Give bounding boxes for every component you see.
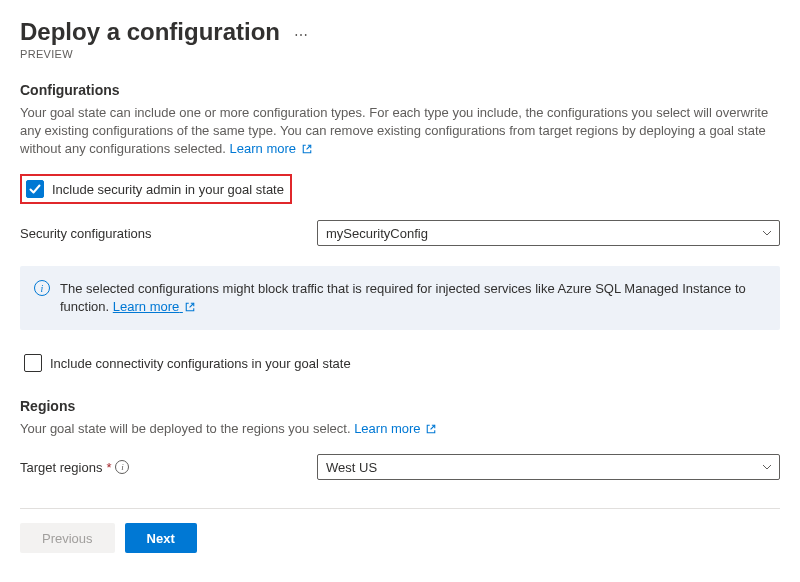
security-warning-banner: i The selected configurations might bloc…	[20, 266, 780, 330]
include-connectivity-row[interactable]: Include connectivity configurations in y…	[20, 350, 780, 376]
previous-button: Previous	[20, 523, 115, 553]
regions-learn-more-link[interactable]: Learn more	[354, 421, 436, 436]
security-warning-learn-more-link[interactable]: Learn more	[113, 299, 195, 314]
configurations-heading: Configurations	[20, 82, 780, 98]
footer-actions: Previous Next	[20, 523, 780, 567]
external-link-icon	[426, 424, 436, 434]
info-icon: i	[34, 280, 50, 296]
chevron-down-icon	[761, 227, 773, 239]
configurations-learn-more-link[interactable]: Learn more	[230, 141, 312, 156]
include-security-admin-label: Include security admin in your goal stat…	[52, 182, 284, 197]
preview-label: PREVIEW	[20, 48, 780, 60]
configurations-description-text: Your goal state can include one or more …	[20, 105, 768, 156]
include-security-admin-row[interactable]: Include security admin in your goal stat…	[20, 174, 292, 204]
external-link-icon	[302, 144, 312, 154]
configurations-description: Your goal state can include one or more …	[20, 104, 780, 158]
external-link-icon	[185, 302, 195, 312]
info-tooltip-icon[interactable]: i	[115, 460, 129, 474]
footer-divider	[20, 508, 780, 509]
target-regions-field: Target regions * i West US	[20, 454, 780, 480]
page-title: Deploy a configuration	[20, 18, 280, 46]
more-actions-icon[interactable]: ⋯	[294, 27, 309, 43]
include-connectivity-label: Include connectivity configurations in y…	[50, 356, 351, 371]
target-regions-label: Target regions * i	[20, 460, 317, 475]
regions-description-text: Your goal state will be deployed to the …	[20, 421, 354, 436]
target-regions-value: West US	[326, 460, 377, 475]
chevron-down-icon	[761, 461, 773, 473]
include-security-admin-checkbox[interactable]	[26, 180, 44, 198]
next-button[interactable]: Next	[125, 523, 197, 553]
security-configurations-value: mySecurityConfig	[326, 226, 428, 241]
security-configurations-field: Security configurations mySecurityConfig	[20, 220, 780, 246]
required-indicator: *	[106, 460, 111, 475]
regions-heading: Regions	[20, 398, 780, 414]
regions-description: Your goal state will be deployed to the …	[20, 420, 780, 438]
security-configurations-select[interactable]: mySecurityConfig	[317, 220, 780, 246]
include-connectivity-checkbox[interactable]	[24, 354, 42, 372]
target-regions-select[interactable]: West US	[317, 454, 780, 480]
security-configurations-label: Security configurations	[20, 226, 317, 241]
